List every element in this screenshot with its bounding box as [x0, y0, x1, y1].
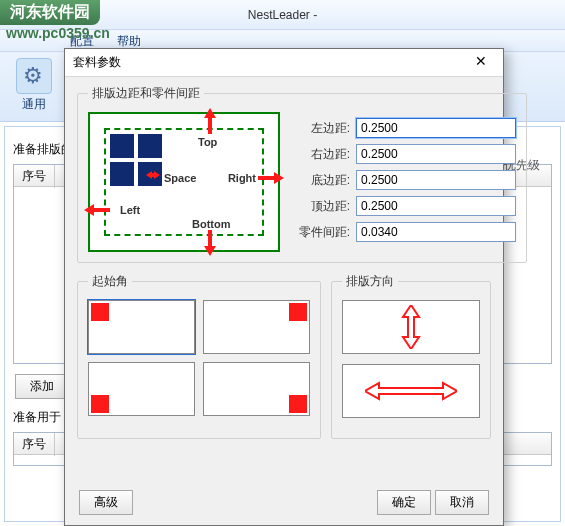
- add-button[interactable]: 添加: [15, 374, 69, 399]
- margins-diagram: Top Right Bottom Left Space: [88, 112, 280, 252]
- start-corner-top-left[interactable]: [88, 300, 195, 354]
- left-margin-input[interactable]: [356, 118, 516, 138]
- diagram-bottom-label: Bottom: [192, 218, 231, 230]
- diagram-left-label: Left: [120, 204, 140, 216]
- diagram-right-label: Right: [228, 172, 256, 184]
- margin-fields: 左边距: 右边距: 底边距: 顶边距:: [294, 112, 516, 252]
- toolbar-general-button[interactable]: 通用: [8, 56, 60, 115]
- nest-params-dialog: 套料参数 ✕ 排版边距和零件间距 Top Right Bottom Left: [64, 48, 504, 526]
- part-square-icon: [138, 134, 162, 158]
- left-margin-label: 左边距:: [294, 120, 350, 137]
- top-margin-input[interactable]: [356, 196, 516, 216]
- arrow-top-icon: [200, 108, 220, 134]
- dialog-titlebar[interactable]: 套料参数 ✕: [65, 49, 503, 77]
- start-corner-legend: 起始角: [88, 273, 132, 290]
- ok-button[interactable]: 确定: [377, 490, 431, 515]
- part-square-icon: [110, 134, 134, 158]
- start-corner-top-right[interactable]: [203, 300, 310, 354]
- toolbar-general-label: 通用: [10, 96, 58, 113]
- arrow-left-icon: [84, 200, 110, 220]
- app-titlebar: NestLeader -: [0, 0, 565, 30]
- arrow-bottom-icon: [200, 230, 220, 256]
- dialog-footer: 高级 确定 取消: [65, 486, 503, 519]
- part-space-input[interactable]: [356, 222, 516, 242]
- nest-direction-group: 排版方向: [331, 273, 491, 439]
- arrow-space-icon: [146, 168, 160, 182]
- horizontal-arrow-icon: [365, 379, 457, 403]
- margins-group: 排版边距和零件间距 Top Right Bottom Left Space: [77, 85, 527, 263]
- nest-direction-vertical[interactable]: [342, 300, 480, 354]
- close-icon[interactable]: ✕: [463, 51, 499, 73]
- nest-direction-legend: 排版方向: [342, 273, 398, 290]
- nest-direction-horizontal[interactable]: [342, 364, 480, 418]
- start-corner-bottom-right[interactable]: [203, 362, 310, 416]
- arrow-right-icon: [258, 168, 284, 188]
- dialog-title: 套料参数: [73, 55, 121, 69]
- col2-seq[interactable]: 序号: [14, 433, 55, 456]
- part-space-label: 零件间距:: [294, 224, 350, 241]
- cancel-button[interactable]: 取消: [435, 490, 489, 515]
- start-corner-group: 起始角: [77, 273, 321, 439]
- bottom-margin-label: 底边距:: [294, 172, 350, 189]
- diagram-space-label: Space: [164, 172, 196, 184]
- vertical-arrow-icon: [397, 305, 425, 349]
- diagram-top-label: Top: [198, 136, 217, 148]
- right-margin-label: 右边距:: [294, 146, 350, 163]
- advanced-button[interactable]: 高级: [79, 490, 133, 515]
- right-margin-input[interactable]: [356, 144, 516, 164]
- app-title: NestLeader -: [248, 8, 317, 22]
- gear-icon: [16, 58, 52, 94]
- part-square-icon: [110, 162, 134, 186]
- col-seq[interactable]: 序号: [14, 165, 55, 188]
- start-corner-bottom-left[interactable]: [88, 362, 195, 416]
- bottom-margin-input[interactable]: [356, 170, 516, 190]
- top-margin-label: 顶边距:: [294, 198, 350, 215]
- margins-legend: 排版边距和零件间距: [88, 85, 204, 102]
